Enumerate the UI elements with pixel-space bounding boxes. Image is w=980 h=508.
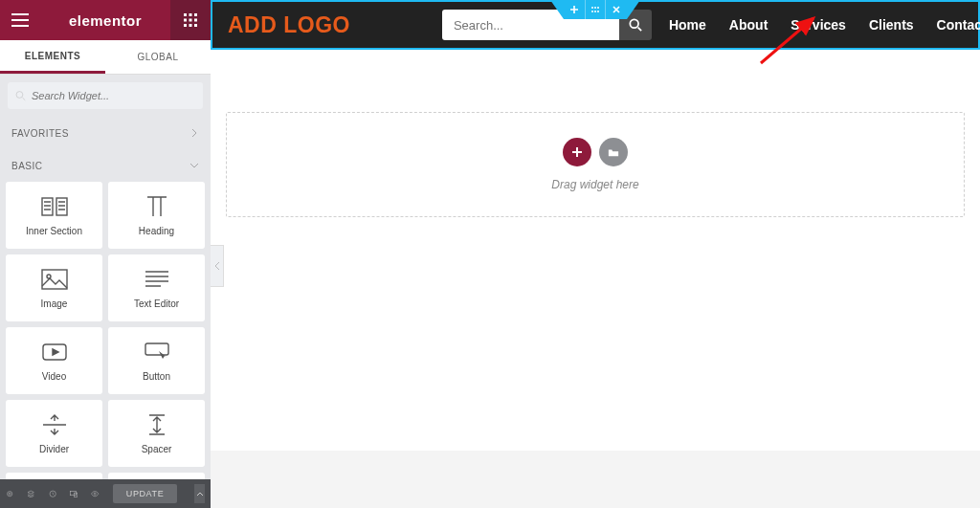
nav-about[interactable]: About (729, 17, 768, 33)
widget-button[interactable]: Button (108, 327, 205, 394)
update-options-button[interactable] (194, 484, 205, 503)
category-favorites[interactable]: FAVORITES (0, 117, 211, 149)
svg-point-29 (597, 7, 599, 9)
widget-grid: Inner Section Heading Image Text Editor … (0, 182, 211, 508)
svg-point-32 (597, 11, 599, 12)
drag-icon (590, 5, 600, 14)
svg-point-30 (591, 11, 593, 12)
category-favorites-label: FAVORITES (11, 128, 69, 139)
svg-rect-10 (42, 198, 53, 215)
plus-icon (569, 5, 579, 14)
svg-point-33 (630, 19, 638, 28)
panel-search-input[interactable] (32, 90, 195, 101)
svg-rect-5 (194, 19, 197, 22)
plus-icon (571, 146, 583, 158)
widget-text-editor[interactable]: Text Editor (108, 254, 205, 321)
editor-canvas: ADD LOGO Home About Services Clients Con… (211, 0, 980, 508)
section-drag-handle[interactable] (585, 0, 606, 19)
widget-image[interactable]: Image (6, 254, 102, 321)
layers-icon (27, 490, 34, 497)
svg-rect-11 (56, 198, 67, 215)
caret-up-icon (196, 490, 204, 497)
section-handle (550, 0, 640, 19)
preview-button[interactable] (91, 487, 99, 500)
panel-search[interactable] (8, 82, 203, 109)
svg-rect-6 (184, 24, 187, 27)
nav-contact[interactable]: Contact (937, 17, 980, 33)
svg-rect-4 (189, 19, 192, 22)
folder-icon (608, 146, 619, 158)
history-button[interactable] (49, 487, 56, 500)
widget-label: Heading (139, 226, 174, 236)
widget-label: Spacer (142, 444, 172, 454)
widget-label: Text Editor (134, 298, 179, 309)
section-delete-button[interactable] (606, 0, 627, 19)
menu-button[interactable] (0, 0, 40, 40)
search-icon (629, 18, 642, 32)
logo-placeholder[interactable]: ADD LOGO (228, 12, 350, 38)
panel-bottom-bar: UPDATE (0, 479, 211, 508)
template-button[interactable] (599, 138, 628, 166)
panel-search-row (0, 75, 211, 117)
tab-elements[interactable]: ELEMENTS (0, 40, 105, 74)
svg-point-13 (47, 275, 51, 278)
widget-video[interactable]: Video (6, 327, 102, 394)
widget-divider[interactable]: Divider (6, 400, 102, 467)
tab-global[interactable]: GLOBAL (105, 40, 211, 74)
svg-point-9 (16, 92, 23, 99)
svg-point-26 (95, 493, 97, 495)
svg-rect-3 (184, 19, 187, 22)
widget-inner-section[interactable]: Inner Section (6, 182, 102, 249)
drop-zone[interactable]: Drag widget here (226, 112, 965, 217)
grid-icon (184, 13, 197, 27)
close-icon (612, 5, 621, 14)
nav-services[interactable]: Services (791, 17, 846, 33)
search-icon (15, 90, 26, 101)
drop-zone-buttons (563, 138, 628, 166)
section-header[interactable]: ADD LOGO Home About Services Clients Con… (211, 0, 980, 50)
apps-button[interactable] (170, 0, 211, 40)
svg-point-28 (594, 7, 596, 9)
svg-rect-0 (184, 13, 187, 16)
nav-clients[interactable]: Clients (869, 17, 914, 33)
canvas-footer (211, 451, 980, 508)
section-add-button[interactable] (564, 0, 585, 19)
svg-rect-8 (194, 24, 197, 27)
svg-rect-24 (71, 491, 77, 495)
divider-icon (41, 414, 68, 435)
navigator-button[interactable] (27, 487, 34, 500)
responsive-button[interactable] (70, 487, 78, 500)
elementor-panel: elementor ELEMENTS GLOBAL FAVORITES BASI… (0, 0, 211, 508)
svg-point-21 (8, 491, 12, 496)
category-basic[interactable]: BASIC (0, 149, 211, 182)
svg-rect-1 (189, 13, 192, 16)
panel-header: elementor (0, 0, 211, 40)
widget-label: Inner Section (26, 226, 82, 236)
svg-point-27 (591, 7, 593, 9)
history-icon (49, 490, 56, 497)
widget-heading[interactable]: Heading (108, 182, 205, 249)
spacer-icon (144, 413, 170, 436)
svg-rect-2 (194, 13, 197, 16)
button-icon (144, 342, 170, 363)
svg-rect-7 (189, 24, 192, 27)
nav-home[interactable]: Home (669, 17, 706, 33)
add-section-button[interactable] (563, 138, 591, 166)
gear-icon (6, 490, 13, 497)
widget-label: Video (42, 371, 66, 382)
widget-label: Image (41, 298, 68, 309)
drop-zone-hint: Drag widget here (551, 178, 638, 191)
site-nav: Home About Services Clients Contact (669, 17, 980, 33)
update-button[interactable]: UPDATE (113, 484, 177, 503)
svg-point-31 (594, 11, 596, 12)
widget-spacer[interactable]: Spacer (108, 400, 205, 467)
settings-button[interactable] (6, 487, 13, 500)
hamburger-icon (11, 13, 29, 27)
responsive-icon (70, 490, 78, 497)
chevron-right-icon (189, 128, 199, 138)
text-editor-icon (144, 270, 170, 289)
eye-icon (91, 490, 99, 497)
widget-label: Button (143, 371, 170, 382)
panel-collapse-button[interactable] (211, 245, 224, 287)
inner-section-icon (41, 197, 68, 216)
